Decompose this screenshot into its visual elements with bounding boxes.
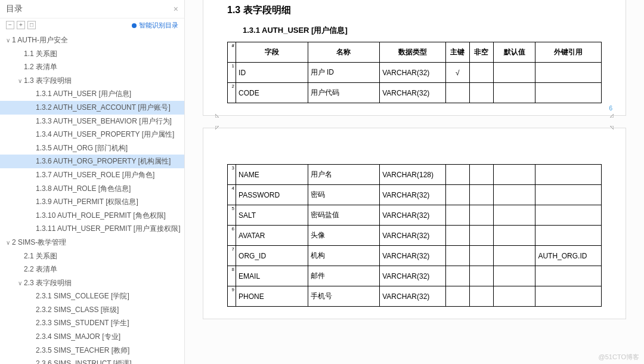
page-corner-icon <box>215 126 222 133</box>
toggle-view-icon[interactable]: □ <box>27 21 36 29</box>
cell-name: 用户名 <box>308 165 380 185</box>
cell-type: VARCHAR(32) <box>380 83 446 103</box>
tree-leaf[interactable]: 1.3.5 AUTH_ORG [部门机构] <box>0 141 184 155</box>
col-header-def: 默认值 <box>494 42 535 63</box>
tree-leaf[interactable]: 1.3.7 AUTH_USER_ROLE [用户角色] <box>0 168 184 182</box>
cell-fk <box>535 205 602 226</box>
heading-1-3: 1.3 表字段明细 <box>227 4 602 17</box>
tree-leaf[interactable]: 2.3.6 SIMS_INSTRUCT [授课] <box>0 357 184 364</box>
table-row: 3NAME用户名VARCHAR(128) <box>228 165 602 185</box>
tree-leaf[interactable]: 2.3.2 SIMS_CLASS [班级] <box>0 303 184 317</box>
cell-idx: 9 <box>228 286 236 307</box>
tree-leaf[interactable]: 2.1 关系图 <box>0 249 184 263</box>
heading-1-3-1: 1.3.1 AUTH_USER [用户信息] <box>243 25 602 36</box>
cell-nn <box>469 83 493 103</box>
cell-fk: AUTH_ORG.ID <box>535 246 602 266</box>
chevron-down-icon[interactable]: ∨ <box>18 76 24 86</box>
table-row: 8EMAIL邮件VARCHAR(32) <box>228 266 602 286</box>
cell-field: PHONE <box>236 286 308 307</box>
collapse-all-icon[interactable]: − <box>6 21 14 29</box>
chevron-down-icon[interactable]: ∨ <box>6 238 12 248</box>
col-header-nn: 非空 <box>469 42 493 63</box>
tree-item-label: 1.2 表清单 <box>24 63 57 71</box>
tree-item-label: 1.1 关系图 <box>24 50 57 58</box>
cell-type: VARCHAR(32) <box>380 246 446 266</box>
tree-leaf[interactable]: 1.1 关系图 <box>0 47 184 61</box>
tree-leaf[interactable]: 2.3.5 SIMS_TEACHER [教师] <box>0 344 184 357</box>
cell-pk <box>445 83 469 103</box>
cell-field: PASSWORD <box>236 185 308 205</box>
cell-type: VARCHAR(32) <box>380 185 446 205</box>
tree-leaf[interactable]: 1.3.11 AUTH_USER_PERMIT [用户直接权限] <box>0 222 184 236</box>
cell-name: 密码 <box>308 185 380 205</box>
tree-item-label: 1.3.6 AUTH_ORG_PROPERTY [机构属性] <box>36 157 171 165</box>
cell-pk <box>445 205 469 226</box>
cell-def <box>494 63 535 83</box>
tree-item-label: 2.3 表字段明细 <box>24 279 72 287</box>
tree-leaf[interactable]: 1.3.1 AUTH_USER [用户信息] <box>0 87 184 101</box>
tree-item-label: 1 AUTH-用户安全 <box>12 36 68 44</box>
cell-nn <box>469 63 493 83</box>
cell-pk <box>445 185 469 205</box>
chevron-down-icon[interactable]: ∨ <box>18 279 24 288</box>
tree-leaf[interactable]: 2.3.4 SIMS_MAJOR [专业] <box>0 330 184 344</box>
tree-leaf[interactable]: 2.3.1 SIMS_COLLEGE [学院] <box>0 289 184 303</box>
cell-nn <box>469 266 493 286</box>
tree-leaf[interactable]: 1.3.6 AUTH_ORG_PROPERTY [机构属性] <box>0 155 184 168</box>
table-row: 4PASSWORD密码VARCHAR(32) <box>228 185 602 205</box>
cell-idx: 2 <box>228 83 236 103</box>
smart-recognize-link[interactable]: 智能识别目录 <box>132 21 178 30</box>
tree-item-label: 1.3.1 AUTH_USER [用户信息] <box>36 90 131 98</box>
tree-item-label: 1.3.10 AUTH_ROLE_PERMIT [角色权限] <box>36 211 166 220</box>
table-row: 6AVATAR头像VARCHAR(32) <box>228 226 602 246</box>
tree-leaf[interactable]: 1.3.2 AUTH_USER_ACCOUNT [用户账号] <box>0 101 184 115</box>
document-viewer: 1.3 表字段明细 1.3.1 AUTH_USER [用户信息] # 字段 名称… <box>185 0 644 364</box>
tree-leaf[interactable]: 1.2 表清单 <box>0 60 184 74</box>
cell-idx: 3 <box>228 165 236 185</box>
close-icon[interactable]: × <box>174 4 178 14</box>
tree-leaf[interactable]: 2.2 表清单 <box>0 263 184 276</box>
expand-all-icon[interactable]: + <box>17 21 25 29</box>
cell-field: SALT <box>236 205 308 226</box>
tree-item-label: 2.3.2 SIMS_CLASS [班级] <box>36 306 119 314</box>
tree-item-label: 1.3.9 AUTH_PERMIT [权限信息] <box>36 198 138 206</box>
tree-branch[interactable]: ∨2 SIMS-教学管理 <box>0 236 184 249</box>
outline-sidebar: 目录 × − + □ 智能识别目录 ∨1 AUTH-用户安全1.1 关系图1.2… <box>0 0 185 364</box>
cell-nn <box>469 246 493 266</box>
tree-item-label: 2.3.4 SIMS_MAJOR [专业] <box>36 332 120 341</box>
tree-item-label: 1.3.4 AUTH_USER_PROPERTY [用户属性] <box>36 130 174 138</box>
col-header-type: 数据类型 <box>380 42 446 63</box>
field-table: # 字段 名称 数据类型 主键 非空 默认值 外键引用 1ID用户 IDVARC… <box>227 42 602 103</box>
chevron-down-icon[interactable]: ∨ <box>6 36 12 45</box>
tree-branch[interactable]: ∨2.3 表字段明细 <box>0 276 184 290</box>
tree-leaf[interactable]: 1.3.4 AUTH_USER_PROPERTY [用户属性] <box>0 128 184 141</box>
cell-nn <box>469 165 493 185</box>
outline-tree[interactable]: ∨1 AUTH-用户安全1.1 关系图1.2 表清单∨1.3 表字段明细1.3.… <box>0 32 184 364</box>
col-header-pk: 主键 <box>445 42 469 63</box>
cell-def <box>494 246 535 266</box>
table-row: 2CODE用户代码VARCHAR(32) <box>228 83 602 103</box>
cell-fk <box>535 286 602 307</box>
cell-type: VARCHAR(128) <box>380 165 446 185</box>
tree-leaf[interactable]: 1.3.9 AUTH_PERMIT [权限信息] <box>0 195 184 209</box>
tree-item-label: 2.3.3 SIMS_STUDENT [学生] <box>36 319 129 327</box>
tree-leaf[interactable]: 1.3.3 AUTH_USER_BEHAVIOR [用户行为] <box>0 115 184 128</box>
page-corner-icon <box>606 110 614 118</box>
tree-branch[interactable]: ∨1.3 表字段明细 <box>0 74 184 88</box>
tree-item-label: 1.3.11 AUTH_USER_PERMIT [用户直接权限] <box>36 224 181 233</box>
cell-pk <box>445 246 469 266</box>
tree-leaf[interactable]: 1.3.10 AUTH_ROLE_PERMIT [角色权限] <box>0 209 184 223</box>
cell-field: ID <box>236 63 308 83</box>
tree-leaf[interactable]: 1.3.8 AUTH_ROLE [角色信息] <box>0 182 184 196</box>
cell-pk <box>445 286 469 307</box>
cell-pk <box>445 226 469 246</box>
cell-fk <box>535 83 602 103</box>
tree-item-label: 1.3.7 AUTH_USER_ROLE [用户角色] <box>36 171 154 179</box>
sidebar-header: 目录 × <box>0 0 184 18</box>
cell-type: VARCHAR(32) <box>380 286 446 307</box>
col-header-name: 名称 <box>308 42 380 63</box>
tree-leaf[interactable]: 2.3.3 SIMS_STUDENT [学生] <box>0 316 184 330</box>
tree-branch[interactable]: ∨1 AUTH-用户安全 <box>0 33 184 47</box>
cell-type: VARCHAR(32) <box>380 266 446 286</box>
cell-type: VARCHAR(32) <box>380 226 446 246</box>
